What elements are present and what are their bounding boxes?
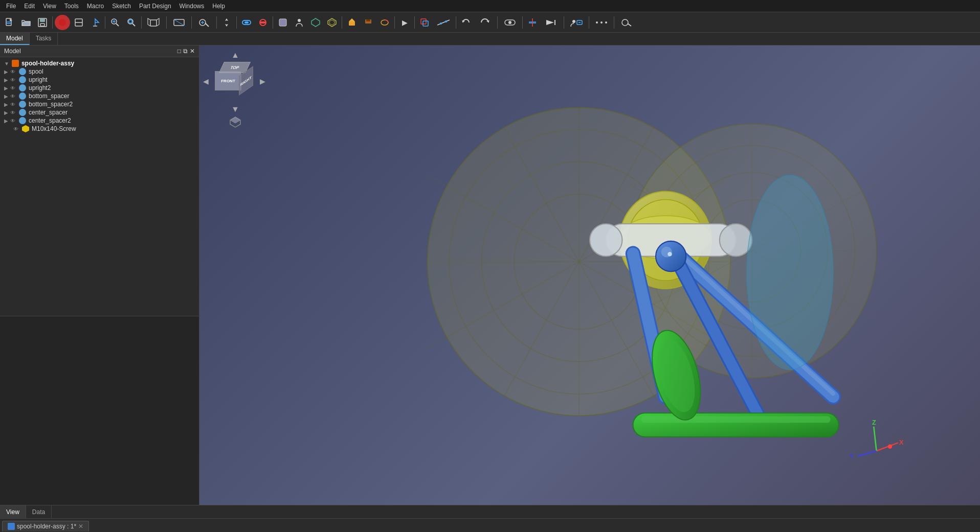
menu-help[interactable]: Help (208, 2, 229, 11)
expand-icon-upright: ▶ (4, 77, 8, 83)
tree-item-spool[interactable]: ▶ 👁 spool (2, 67, 197, 76)
more2-button[interactable] (591, 15, 612, 30)
part-icon-spool (19, 68, 26, 75)
part-link-button[interactable] (255, 15, 271, 30)
save-button[interactable] (35, 15, 50, 30)
svg-marker-9 (95, 19, 99, 22)
constraint-button[interactable] (500, 15, 520, 30)
restore-button[interactable]: ⧉ (183, 48, 188, 55)
svg-rect-28 (244, 21, 249, 24)
cut2-button[interactable] (275, 15, 291, 30)
assembly-icon (12, 60, 19, 67)
file-tab-spool-holder[interactable]: spool-holder-assy : 1* ✕ (2, 521, 89, 531)
revolution-button[interactable] (377, 15, 392, 30)
obj-button[interactable] (308, 15, 323, 30)
boolean-button[interactable] (417, 15, 432, 30)
menu-windows[interactable]: Windows (175, 2, 209, 11)
tree-item-root[interactable]: ▼ spool-holder-assy (2, 59, 197, 67)
minimize-button[interactable]: □ (177, 48, 181, 55)
separator-17 (614, 16, 614, 29)
svg-point-6 (59, 19, 66, 26)
more-tools-button[interactable]: ▶ (397, 15, 412, 30)
separator-1 (52, 16, 53, 29)
vis-icon-center-spacer: 👁 (10, 110, 15, 115)
svg-line-13 (116, 24, 119, 26)
nav-left-arrow[interactable]: ◀ (203, 77, 209, 85)
svg-point-58 (600, 21, 603, 24)
menu-edit[interactable]: Edit (20, 2, 39, 11)
redo2-button[interactable] (475, 15, 495, 30)
svg-point-32 (298, 19, 301, 22)
tree-item-screw[interactable]: 👁 M10x140-Screw (2, 125, 197, 133)
model-tree-panel: Model □ ⧉ ✕ ▼ spool-holder-assy ▶ 👁 (0, 45, 199, 316)
separator-3 (141, 16, 142, 29)
section-button[interactable] (525, 15, 540, 30)
separator-2 (105, 16, 105, 29)
draw-style-button[interactable] (169, 15, 189, 30)
svg-line-23 (205, 23, 209, 27)
svg-line-104 (874, 427, 876, 451)
menu-tools[interactable]: Tools (60, 2, 83, 11)
svg-marker-33 (311, 18, 320, 27)
svg-rect-19 (150, 20, 157, 26)
file-tab-icon (8, 523, 15, 530)
new-button[interactable] (2, 15, 17, 30)
nav-right-arrow[interactable]: ▶ (260, 77, 265, 85)
tree-item-upright2[interactable]: ▶ 👁 upright2 (2, 84, 197, 92)
tasks-tab[interactable]: Tasks (30, 33, 58, 45)
zoom-in-button[interactable] (194, 15, 214, 30)
zoom-icon-button[interactable] (616, 15, 637, 30)
zoom-fit-button[interactable] (107, 15, 123, 30)
open-button[interactable] (18, 15, 34, 30)
measure-button[interactable] (324, 15, 340, 30)
move-button[interactable] (219, 15, 234, 30)
sketch-tools-button[interactable] (433, 15, 454, 30)
menu-macro[interactable]: Macro (83, 2, 108, 11)
cube-front-face[interactable]: FRONT (215, 71, 241, 90)
screw-icon (22, 125, 29, 132)
part-icon-bottom-spacer (19, 92, 26, 100)
zoom-select-button[interactable] (124, 15, 139, 30)
svg-rect-18 (129, 20, 132, 23)
svg-marker-26 (225, 18, 228, 27)
person-button[interactable] (292, 15, 307, 30)
nav-up-arrow[interactable]: ▲ (231, 51, 239, 59)
pocket-button[interactable] (361, 15, 376, 30)
navigation-cube[interactable]: ▲ TOP FRONT RIGHT ◀ ▶ ▼ (210, 51, 261, 122)
tree-item-center-spacer2[interactable]: ▶ 👁 center_spacer2 (2, 117, 197, 125)
user-mgr-button[interactable] (566, 15, 587, 30)
3d-viewport[interactable]: ▲ TOP FRONT RIGHT ◀ ▶ ▼ (199, 45, 980, 505)
file-tab-label: spool-holder-assy : 1* (17, 523, 76, 530)
separator-4 (166, 16, 167, 29)
link-button[interactable] (239, 15, 254, 30)
standard-views-button[interactable] (144, 15, 164, 30)
tree-item-upright[interactable]: ▶ 👁 upright (2, 76, 197, 84)
data-tab[interactable]: Data (26, 505, 52, 518)
cut-button[interactable] (71, 15, 86, 30)
svg-line-103 (877, 443, 898, 451)
view-tab[interactable]: View (0, 505, 26, 518)
tree-label-spool: spool (29, 68, 43, 75)
print-button[interactable] (87, 15, 103, 30)
menu-view[interactable]: View (39, 2, 60, 11)
menu-sketch[interactable]: Sketch (108, 2, 135, 11)
menu-part-design[interactable]: Part Design (135, 2, 175, 11)
tree-item-bottom-spacer2[interactable]: ▶ 👁 bottom_spacer2 (2, 100, 197, 108)
undo-button[interactable] (55, 15, 70, 30)
separator-10 (394, 16, 395, 29)
mini-cube (210, 116, 261, 130)
tree-label-bottom-spacer: bottom_spacer (29, 92, 69, 100)
tree-item-center-spacer[interactable]: ▶ 👁 center_spacer (2, 108, 197, 117)
svg-marker-52 (546, 20, 554, 25)
tree-item-bottom-spacer[interactable]: ▶ 👁 bottom_spacer (2, 92, 197, 100)
menu-file[interactable]: File (2, 2, 20, 11)
forward-button[interactable] (541, 15, 562, 30)
pad-button[interactable] (344, 15, 360, 30)
file-tab-close[interactable]: ✕ (78, 523, 83, 530)
close-panel-button[interactable]: ✕ (190, 48, 195, 55)
undo2-button[interactable] (458, 15, 474, 30)
nav-down-arrow[interactable]: ▼ (231, 105, 239, 113)
file-tabs-bar: spool-holder-assy : 1* ✕ (0, 518, 980, 532)
model-tab[interactable]: Model (0, 33, 30, 45)
svg-rect-96 (641, 417, 830, 423)
